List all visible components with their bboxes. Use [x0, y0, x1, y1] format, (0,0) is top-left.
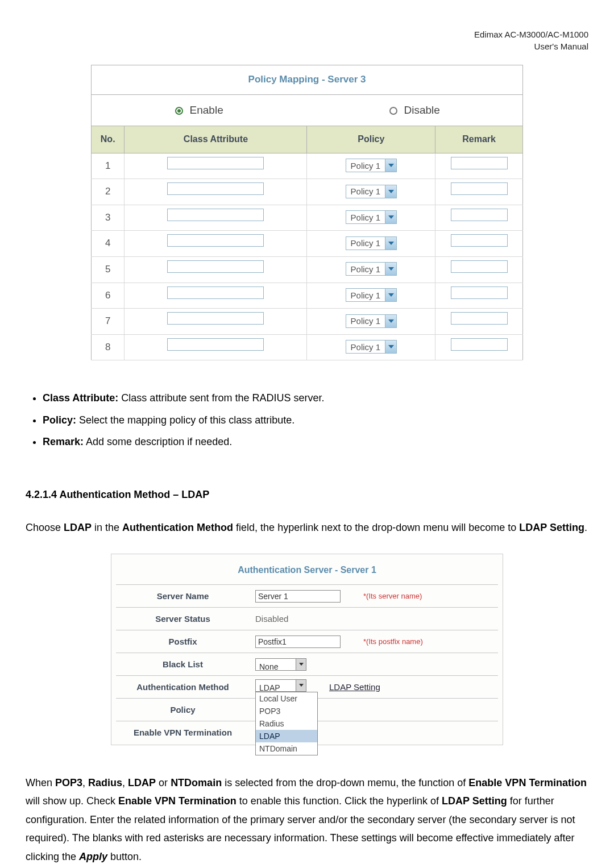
chevron-down-icon	[296, 680, 306, 691]
col-class: Class Attribute	[125, 126, 307, 153]
header-line1: Edimax AC-M3000/AC-M1000	[26, 28, 588, 40]
remark-input[interactable]	[451, 182, 508, 195]
row-no: 4	[92, 231, 125, 257]
class-attr-input[interactable]	[167, 260, 264, 273]
table-row: 2 Policy 1	[92, 179, 523, 205]
row-no: 3	[92, 205, 125, 231]
policy-label: Policy	[116, 702, 250, 717]
policy-dropdown[interactable]: Policy 1	[346, 236, 397, 250]
disable-radio[interactable]	[389, 107, 397, 115]
chevron-down-icon	[296, 659, 306, 670]
option-local-user[interactable]: Local User	[256, 692, 317, 705]
chevron-down-icon	[385, 211, 396, 223]
row-no: 1	[92, 153, 125, 179]
chevron-down-icon	[385, 159, 396, 172]
table-row: 3 Policy 1	[92, 205, 523, 231]
col-policy: Policy	[307, 126, 435, 153]
note-remark: Remark: Add some description if needed.	[43, 433, 588, 451]
policy-dropdown[interactable]: Policy 1	[346, 185, 397, 198]
table-row: 8 Policy 1	[92, 334, 523, 360]
disable-label: Disable	[404, 104, 439, 116]
enable-radio[interactable]	[175, 107, 183, 115]
table-row: 4 Policy 1	[92, 231, 523, 257]
auth-server-title: Authentication Server - Server 1	[116, 558, 498, 584]
row-no: 8	[92, 334, 125, 360]
policy-mapping-title: Policy Mapping - Server 3	[92, 65, 523, 95]
note-class-attribute: Class Attribute: Class attribute sent fr…	[43, 389, 588, 407]
ldap-intro-paragraph: Choose LDAP in the Authentication Method…	[26, 518, 588, 537]
option-ldap[interactable]: LDAP	[256, 730, 317, 742]
table-row: 6 Policy 1	[92, 283, 523, 309]
class-attr-input[interactable]	[167, 157, 264, 169]
policy-dropdown[interactable]: Policy 1	[346, 288, 397, 302]
chevron-down-icon	[385, 340, 396, 353]
option-radius[interactable]: Radius	[256, 717, 317, 730]
remark-input[interactable]	[451, 286, 508, 299]
notes-list: Class Attribute: Class attribute sent fr…	[43, 389, 588, 451]
server-status-value: Disabled	[255, 611, 288, 626]
page-header: Edimax AC-M3000/AC-M1000 User's Manual	[26, 28, 588, 52]
row-no: 7	[92, 309, 125, 335]
ldap-setting-link[interactable]: LDAP Setting	[329, 679, 380, 695]
option-ntdomain[interactable]: NTDomain	[256, 742, 317, 755]
policy-mapping-table: Policy Mapping - Server 3 Enable Disable…	[91, 65, 523, 360]
black-list-dropdown[interactable]: None	[255, 658, 306, 671]
remark-input[interactable]	[451, 209, 508, 221]
enable-label: Enable	[190, 104, 223, 116]
chevron-down-icon	[385, 237, 396, 250]
class-attr-input[interactable]	[167, 312, 264, 325]
table-row: 1 Policy 1	[92, 153, 523, 179]
class-attr-input[interactable]	[167, 234, 264, 247]
row-no: 6	[92, 283, 125, 309]
class-attr-input[interactable]	[167, 338, 264, 351]
auth-server-panel: Authentication Server - Server 1 Server …	[111, 554, 503, 745]
chevron-down-icon	[385, 263, 396, 275]
remark-input[interactable]	[451, 157, 508, 169]
remark-input[interactable]	[451, 338, 508, 351]
class-attr-input[interactable]	[167, 286, 264, 299]
note-policy: Policy: Select the mapping policy of thi…	[43, 411, 588, 429]
class-attr-input[interactable]	[167, 209, 264, 221]
auth-method-dropdown[interactable]: LDAP	[255, 679, 306, 692]
server-name-note: *(Its server name)	[363, 589, 422, 603]
section-heading: 4.2.1.4 Authentication Method – LDAP	[26, 485, 588, 504]
enable-vpn-label: Enable VPN Termination	[116, 725, 250, 740]
policy-dropdown[interactable]: Policy 1	[346, 340, 397, 354]
auth-method-label: Authentication Method	[116, 679, 250, 695]
server-name-input[interactable]	[255, 590, 341, 603]
remark-input[interactable]	[451, 312, 508, 325]
option-pop3[interactable]: POP3	[256, 705, 317, 717]
table-row: 5 Policy 1	[92, 256, 523, 283]
server-status-label: Server Status	[116, 611, 250, 626]
header-line2: User's Manual	[26, 40, 588, 52]
chevron-down-icon	[385, 185, 396, 198]
server-name-label: Server Name	[116, 588, 250, 604]
policy-dropdown[interactable]: Policy 1	[346, 262, 397, 276]
black-list-label: Black List	[116, 657, 250, 672]
table-row: 7 Policy 1	[92, 309, 523, 335]
col-remark: Remark	[435, 126, 523, 153]
postfix-note: *(Its postfix name)	[363, 635, 423, 648]
auth-method-options: Local User POP3 Radius LDAP NTDomain	[255, 692, 318, 755]
row-no: 5	[92, 256, 125, 283]
postfix-label: Postfix	[116, 634, 250, 649]
class-attr-input[interactable]	[167, 182, 264, 195]
remark-input[interactable]	[451, 260, 508, 273]
policy-dropdown[interactable]: Policy 1	[346, 159, 397, 172]
chevron-down-icon	[385, 289, 396, 301]
row-no: 2	[92, 179, 125, 205]
ldap-desc-paragraph: When POP3, Radius, LDAP or NTDomain is s…	[26, 774, 588, 866]
col-no: No.	[92, 126, 125, 153]
chevron-down-icon	[385, 315, 396, 327]
policy-dropdown[interactable]: Policy 1	[346, 314, 397, 328]
policy-dropdown[interactable]: Policy 1	[346, 210, 397, 224]
remark-input[interactable]	[451, 234, 508, 247]
postfix-input[interactable]	[255, 636, 341, 648]
